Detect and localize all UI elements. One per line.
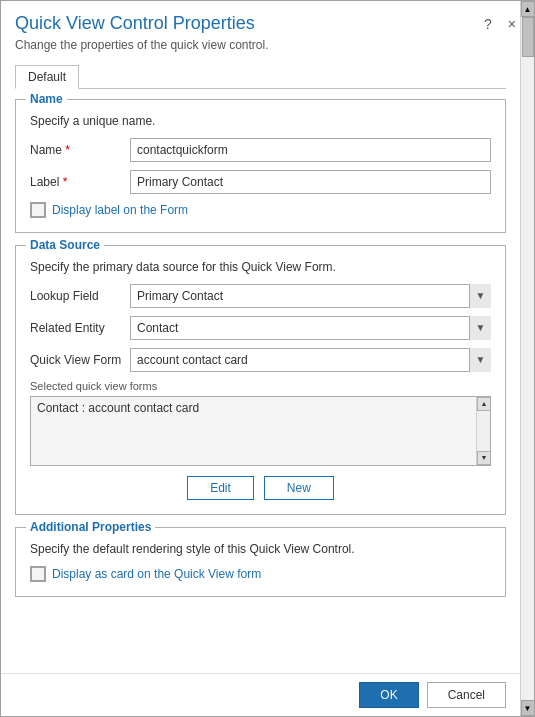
- datasource-section: Data Source Specify the primary data sou…: [15, 245, 506, 515]
- lookup-label: Lookup Field: [30, 289, 130, 303]
- display-label-text[interactable]: Display label on the Form: [52, 203, 188, 217]
- selected-forms-box: Contact : account contact card ▲ ▼: [30, 396, 491, 466]
- name-required: *: [65, 143, 70, 157]
- entity-row: Related Entity Contact ▼: [30, 316, 491, 340]
- scroll-track: [521, 17, 534, 700]
- card-display-text[interactable]: Display as card on the Quick View form: [52, 567, 261, 581]
- scroll-up-btn[interactable]: ▲: [521, 1, 535, 17]
- display-label-row: Display label on the Form: [30, 202, 491, 218]
- quickform-select-wrapper: account contact card ▼: [130, 348, 491, 372]
- edit-button[interactable]: Edit: [187, 476, 254, 500]
- quickform-row: Quick View Form account contact card ▼: [30, 348, 491, 372]
- label-row: Label *: [30, 170, 491, 194]
- lookup-row: Lookup Field Primary Contact ▼: [30, 284, 491, 308]
- lookup-select[interactable]: Primary Contact: [130, 284, 491, 308]
- content-area: Default Name Specify a unique name. Name…: [1, 58, 520, 673]
- additional-description: Specify the default rendering style of t…: [30, 542, 491, 556]
- footer-bar: OK Cancel: [1, 673, 520, 716]
- entity-select-wrapper: Contact ▼: [130, 316, 491, 340]
- tab-default[interactable]: Default: [15, 65, 79, 89]
- forms-scroll-down[interactable]: ▼: [477, 451, 491, 465]
- name-label: Name *: [30, 143, 130, 157]
- entity-select[interactable]: Contact: [130, 316, 491, 340]
- additional-legend: Additional Properties: [26, 520, 155, 534]
- name-section: Name Specify a unique name. Name * Label…: [15, 99, 506, 233]
- tab-bar: Default: [15, 64, 506, 89]
- lookup-select-wrapper: Primary Contact ▼: [130, 284, 491, 308]
- datasource-description: Specify the primary data source for this…: [30, 260, 491, 274]
- name-legend: Name: [26, 92, 67, 106]
- ok-button[interactable]: OK: [359, 682, 418, 708]
- title-bar-right: ? ×: [480, 13, 520, 33]
- cancel-button[interactable]: Cancel: [427, 682, 506, 708]
- label-input[interactable]: [130, 170, 491, 194]
- name-row: Name *: [30, 138, 491, 162]
- quickform-select[interactable]: account contact card: [130, 348, 491, 372]
- scroll-down-btn[interactable]: ▼: [521, 700, 535, 716]
- scroll-handle[interactable]: [522, 17, 534, 57]
- name-input[interactable]: [130, 138, 491, 162]
- title-bar-left: Quick View Control Properties Change the…: [15, 13, 268, 52]
- additional-section: Additional Properties Specify the defaul…: [15, 527, 506, 597]
- dialog-title: Quick View Control Properties: [15, 13, 268, 35]
- selected-forms-item: Contact : account contact card: [37, 401, 199, 415]
- display-label-checkbox[interactable]: [30, 202, 46, 218]
- dialog: ▲ ▼ Quick View Control Properties Change…: [0, 0, 535, 717]
- quickform-label: Quick View Form: [30, 353, 130, 367]
- forms-scroll-track: [477, 411, 490, 451]
- new-button[interactable]: New: [264, 476, 334, 500]
- forms-scroll-up[interactable]: ▲: [477, 397, 491, 411]
- dialog-subtitle: Change the properties of the quick view …: [15, 38, 268, 52]
- help-button[interactable]: ?: [480, 15, 496, 33]
- label-label: Label *: [30, 175, 130, 189]
- close-button[interactable]: ×: [504, 15, 520, 33]
- title-bar: Quick View Control Properties Change the…: [1, 1, 534, 58]
- label-required: *: [63, 175, 68, 189]
- selected-forms-label: Selected quick view forms: [30, 380, 491, 392]
- edit-new-row: Edit New: [30, 476, 491, 500]
- name-description: Specify a unique name.: [30, 114, 491, 128]
- card-display-row: Display as card on the Quick View form: [30, 566, 491, 582]
- entity-label: Related Entity: [30, 321, 130, 335]
- forms-scrollbar: ▲ ▼: [476, 397, 490, 465]
- datasource-legend: Data Source: [26, 238, 104, 252]
- card-display-checkbox[interactable]: [30, 566, 46, 582]
- main-scrollbar[interactable]: ▲ ▼: [520, 1, 534, 716]
